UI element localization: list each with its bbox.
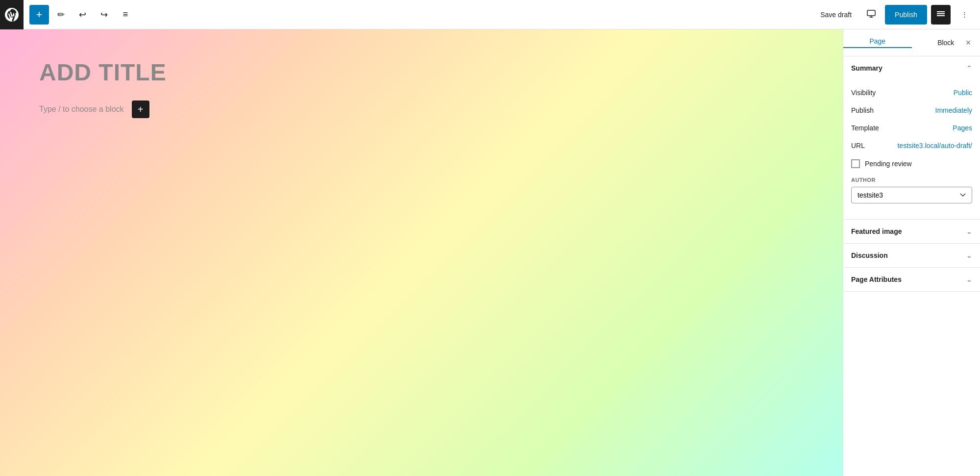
publish-label: Publish	[851, 106, 874, 114]
undo-icon: ↩	[79, 9, 86, 20]
add-block-button[interactable]: +	[29, 5, 49, 25]
svg-rect-1	[937, 11, 945, 12]
plus-icon: +	[138, 104, 144, 115]
url-row: URL testsite3.local/auto-draft/	[851, 137, 972, 154]
template-label: Template	[851, 124, 879, 132]
plus-icon: +	[36, 8, 43, 21]
discussion-chevron-icon: ⌄	[966, 251, 972, 259]
pending-review-checkbox[interactable]	[851, 159, 860, 168]
redo-button[interactable]: ↪	[94, 5, 114, 25]
featured-image-header[interactable]: Featured image ⌄	[843, 220, 980, 243]
pending-review-row: Pending review	[851, 154, 972, 173]
placeholder-text: Type / to choose a block	[39, 105, 124, 114]
featured-image-title: Featured image	[851, 227, 902, 235]
publish-row: Publish Immediately	[851, 101, 972, 119]
preview-button[interactable]	[861, 5, 881, 25]
visibility-label: Visibility	[851, 89, 876, 97]
visibility-row: Visibility Public	[851, 84, 972, 101]
wordpress-logo	[0, 0, 24, 29]
url-value[interactable]: testsite3.local/auto-draft/	[897, 142, 972, 150]
settings-button[interactable]	[931, 5, 951, 25]
redo-icon: ↪	[100, 9, 108, 20]
page-attributes-section: Page Attributes ⌄	[843, 268, 980, 292]
visibility-value[interactable]: Public	[954, 89, 972, 97]
monitor-icon	[866, 9, 876, 20]
sidebar-close-button[interactable]: ×	[960, 35, 976, 50]
publish-button[interactable]: Publish	[885, 5, 927, 25]
toolbar-left: + ✏ ↩ ↪ ≡	[6, 0, 135, 29]
block-placeholder-area: Type / to choose a block +	[39, 100, 804, 118]
summary-title: Summary	[851, 64, 882, 72]
svg-rect-3	[937, 15, 945, 16]
discussion-section: Discussion ⌄	[843, 244, 980, 268]
page-attributes-title: Page Attributes	[851, 276, 902, 283]
author-select[interactable]: testsite3	[851, 187, 972, 203]
summary-content: Visibility Public Publish Immediately Te…	[843, 80, 980, 219]
author-section: AUTHOR testsite3	[851, 173, 972, 211]
pencil-icon: ✏	[57, 9, 65, 20]
inline-add-block-button[interactable]: +	[132, 100, 149, 118]
tab-page[interactable]: Page	[843, 29, 912, 56]
featured-image-section: Featured image ⌄	[843, 220, 980, 244]
url-label: URL	[851, 142, 865, 150]
toolbar: + ✏ ↩ ↪ ≡ Save draft Publish	[0, 0, 980, 29]
discussion-title: Discussion	[851, 251, 888, 259]
right-sidebar: Page Block × Summary ⌃ Visibility Public…	[843, 29, 980, 476]
publish-value[interactable]: Immediately	[935, 106, 972, 114]
list-view-button[interactable]: ≡	[116, 5, 135, 25]
summary-section-header[interactable]: Summary ⌃	[843, 56, 980, 80]
summary-chevron-up-icon: ⌃	[966, 64, 972, 72]
editor-canvas: Type / to choose a block +	[0, 29, 843, 476]
pending-review-label: Pending review	[865, 160, 912, 168]
template-row: Template Pages	[851, 119, 972, 137]
settings-icon	[936, 9, 946, 20]
page-title-input[interactable]	[39, 59, 804, 86]
tools-button[interactable]: ✏	[51, 5, 71, 25]
template-value[interactable]: Pages	[953, 124, 972, 132]
main-area: Type / to choose a block + Page Block × …	[0, 29, 980, 476]
page-attributes-header[interactable]: Page Attributes ⌄	[843, 268, 980, 291]
save-draft-button[interactable]: Save draft	[814, 7, 858, 23]
summary-section: Summary ⌃ Visibility Public Publish Imme…	[843, 56, 980, 220]
undo-button[interactable]: ↩	[73, 5, 92, 25]
more-icon: ⋮	[961, 11, 968, 18]
featured-image-chevron-icon: ⌄	[966, 227, 972, 235]
svg-rect-2	[937, 13, 945, 14]
toolbar-right: Save draft Publish ⋮	[814, 5, 974, 25]
author-label: AUTHOR	[851, 177, 972, 183]
list-icon: ≡	[123, 9, 128, 20]
more-options-button[interactable]: ⋮	[955, 5, 974, 25]
sidebar-tabs: Page Block ×	[843, 29, 980, 56]
svg-rect-0	[867, 10, 875, 16]
discussion-header[interactable]: Discussion ⌄	[843, 244, 980, 267]
page-attributes-chevron-icon: ⌄	[966, 276, 972, 283]
